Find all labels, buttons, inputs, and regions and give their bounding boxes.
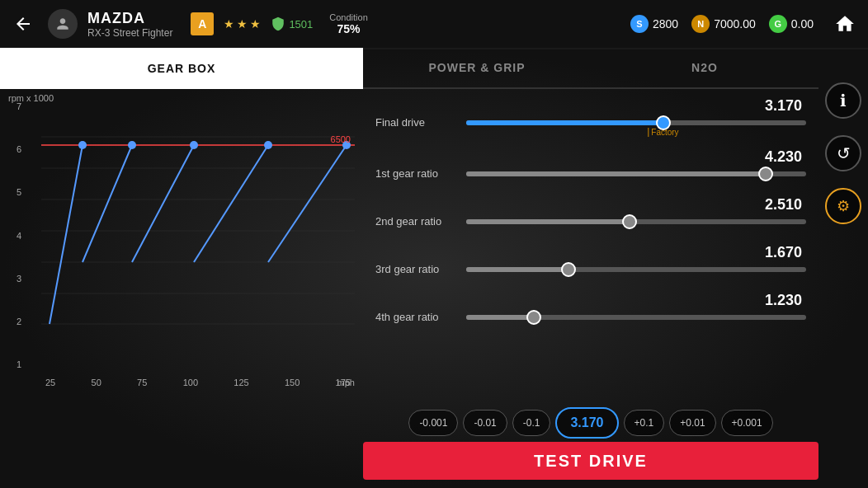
y-axis-labels: 1 2 3 4 5 6 7 [17, 101, 21, 369]
car-info: MAZDA RX-3 Street Fighter [87, 10, 172, 39]
currency-s-value: 2800 [653, 17, 678, 30]
adj-minus-001[interactable]: -0.01 [463, 410, 507, 436]
gear1-track[interactable] [466, 171, 806, 176]
currency-s: S 2800 [630, 15, 678, 33]
gear3-value: 1.670 [375, 244, 806, 261]
final-drive-inner: Final drive Factory [375, 116, 806, 129]
gear2-track[interactable] [466, 219, 806, 224]
adj-plus-0001[interactable]: +0.001 [721, 410, 773, 436]
gear3-label: 3rd gear ratio [375, 263, 458, 275]
adj-plus-01[interactable]: +0.1 [624, 410, 665, 436]
svg-line-11 [194, 145, 268, 262]
gear4-value: 1.230 [375, 292, 806, 309]
back-button[interactable] [8, 9, 38, 39]
currency-g-value: 0.00 [791, 17, 814, 30]
test-drive-button[interactable]: TEST DRIVE [363, 442, 818, 480]
x-125: 125 [234, 378, 248, 387]
info-button[interactable]: ℹ [825, 82, 861, 119]
x-50: 50 [92, 378, 101, 387]
svg-text:6500: 6500 [331, 134, 351, 144]
tab-gearbox[interactable]: GEAR BOX [0, 48, 363, 89]
final-drive-row: 3.170 Final drive Factory [375, 97, 806, 129]
star-3: ★ [250, 17, 261, 30]
grade-badge: A [191, 12, 214, 35]
gear1-value: 4.230 [375, 148, 806, 166]
currency-g-icon: G [769, 15, 787, 33]
shield-value: 1501 [271, 16, 313, 31]
gear1-inner: 1st gear ratio [375, 167, 806, 180]
adj-minus-01[interactable]: -0.1 [512, 410, 551, 436]
y-label-2: 2 [17, 317, 21, 326]
x-150: 150 [285, 378, 300, 387]
stars: ★ ★ ★ [224, 17, 261, 30]
currency-n-value: 7000.00 [714, 17, 756, 30]
gear4-label: 4th gear ratio [375, 311, 458, 323]
gear4-track[interactable] [466, 315, 806, 320]
gear2-label: 2nd gear ratio [375, 215, 458, 228]
x-75: 75 [137, 378, 147, 387]
final-drive-label: Final drive [375, 116, 458, 129]
svg-line-9 [83, 145, 132, 262]
gear1-label: 1st gear ratio [375, 167, 458, 180]
svg-line-12 [268, 145, 347, 262]
x-25: 25 [45, 378, 55, 387]
adj-center-value: 3.170 [555, 407, 618, 439]
settings-button[interactable]: ⚙ [825, 188, 861, 224]
side-icons: ℹ ↺ ⚙ [818, 82, 868, 224]
home-button[interactable] [830, 9, 860, 39]
tab-n2o[interactable]: N2O [591, 48, 818, 87]
car-subtitle: RX-3 Street Fighter [87, 27, 172, 39]
adjustment-controls: -0.001 -0.01 -0.1 3.170 +0.1 +0.01 +0.00… [363, 407, 818, 439]
svg-point-13 [78, 141, 87, 149]
star-2: ★ [237, 17, 248, 30]
gear2-value: 2.510 [375, 196, 806, 214]
gear1-row: 4.230 1st gear ratio [375, 148, 806, 180]
currency-n: N 7000.00 [691, 15, 756, 33]
svg-line-10 [132, 145, 194, 262]
adj-minus-0001[interactable]: -0.001 [408, 410, 458, 436]
final-drive-value: 3.170 [375, 97, 806, 115]
currency-n-icon: N [691, 15, 710, 33]
test-drive-label: TEST DRIVE [534, 452, 648, 471]
x-axis-labels: 25 50 75 100 125 150 175 [45, 378, 351, 387]
chart-area: 1 2 3 4 5 6 7 rpm x 1000 mph [8, 89, 363, 394]
y-label-5: 5 [17, 187, 21, 197]
shield-number: 1501 [289, 18, 313, 30]
gear4-inner: 4th gear ratio [375, 311, 806, 323]
condition-value: 75% [337, 22, 361, 35]
currency-g: G 0.00 [769, 15, 814, 33]
tabs-right: POWER & GRIP N2O [363, 48, 818, 89]
svg-line-8 [50, 145, 83, 324]
condition-label: Condition [329, 12, 367, 22]
tab-power-grip[interactable]: POWER & GRIP [363, 48, 591, 87]
header: MAZDA RX-3 Street Fighter A ★ ★ ★ 1501 C… [0, 0, 868, 48]
svg-point-16 [264, 141, 272, 149]
x-100: 100 [183, 378, 198, 387]
gear3-row: 1.670 3rd gear ratio [375, 244, 806, 275]
y-label-4: 4 [17, 231, 21, 241]
condition-block: Condition 75% [329, 12, 367, 35]
svg-point-15 [190, 141, 198, 149]
adj-plus-001[interactable]: +0.01 [669, 410, 715, 436]
gear3-track[interactable] [466, 267, 806, 272]
final-drive-track[interactable]: Factory [466, 120, 806, 125]
y-label-3: 3 [17, 274, 21, 284]
star-1: ★ [224, 17, 234, 30]
y-label-1: 1 [17, 359, 21, 369]
svg-point-14 [128, 141, 136, 149]
car-name: MAZDA [87, 10, 172, 27]
reset-button[interactable]: ↺ [825, 135, 861, 171]
currency-s-icon: S [630, 15, 649, 33]
gear2-row: 2.510 2nd gear ratio [375, 196, 806, 228]
gear4-row: 1.230 4th gear ratio [375, 292, 806, 323]
gear2-inner: 2nd gear ratio [375, 215, 806, 228]
y-label-6: 6 [17, 144, 21, 154]
tabs-left: GEAR BOX [0, 48, 363, 89]
chart-svg: 6500 [41, 97, 355, 369]
x-175: 175 [336, 378, 351, 387]
avatar [48, 9, 78, 39]
currency-block: S 2800 N 7000.00 G 0.00 [630, 15, 814, 33]
gear3-inner: 3rd gear ratio [375, 263, 806, 275]
